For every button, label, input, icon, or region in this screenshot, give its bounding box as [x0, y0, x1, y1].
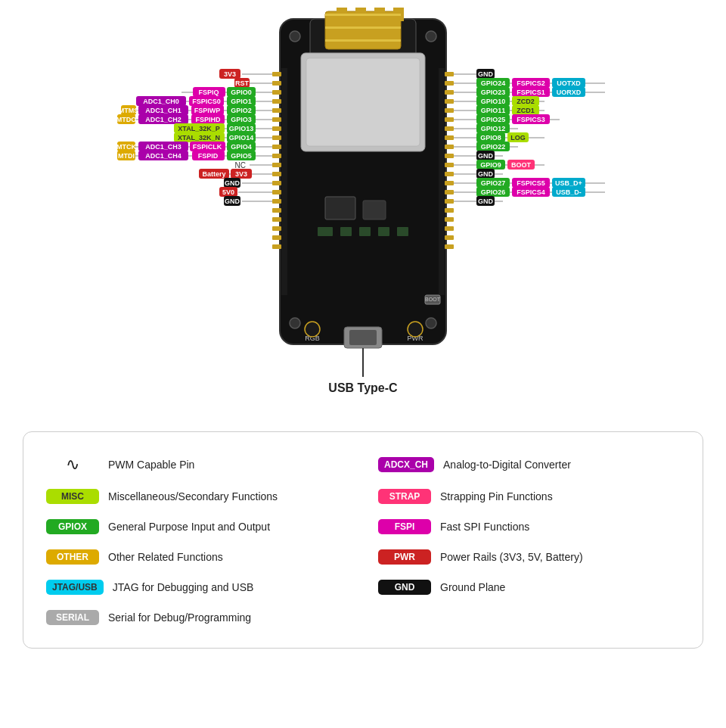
- legend-item-serial: SERIAL Serial for Debug/Programming: [46, 602, 348, 633]
- legend-item-pwm: ∿ PWM Capable Pin: [46, 447, 348, 481]
- svg-rect-55: [445, 208, 454, 213]
- svg-rect-17: [349, 330, 377, 345]
- svg-text:GPIO0: GPIO0: [231, 89, 252, 96]
- svg-rect-56: [445, 217, 454, 222]
- svg-rect-41: [445, 81, 454, 86]
- legend-item-misc: MISC Miscellaneous/Secondary Functions: [46, 481, 348, 512]
- svg-rect-62: [318, 227, 333, 236]
- svg-point-13: [426, 318, 436, 328]
- svg-rect-53: [445, 190, 454, 194]
- svg-text:FSPICS2: FSPICS2: [517, 79, 545, 87]
- svg-text:ADC1_CH0: ADC1_CH0: [143, 98, 179, 105]
- svg-text:USB Type-C: USB Type-C: [328, 381, 398, 394]
- legend-grid: ∿ PWM Capable Pin ADCX_CH Analog-to-Digi…: [46, 447, 680, 633]
- svg-text:3V3: 3V3: [224, 70, 236, 78]
- svg-rect-45: [445, 117, 454, 122]
- svg-text:ADC1_CH2: ADC1_CH2: [145, 116, 182, 123]
- svg-rect-60: [325, 197, 355, 219]
- svg-text:FSPIHD: FSPIHD: [195, 116, 221, 123]
- svg-rect-54: [445, 199, 454, 204]
- svg-text:BOOT: BOOT: [425, 297, 441, 302]
- badge-jtag: JTAG/USB: [46, 580, 104, 595]
- svg-text:MTDO: MTDO: [116, 116, 137, 123]
- svg-rect-24: [272, 108, 281, 113]
- svg-rect-59: [445, 244, 454, 249]
- svg-text:RST: RST: [235, 79, 250, 87]
- svg-text:GND: GND: [478, 70, 494, 78]
- svg-text:GND: GND: [225, 179, 240, 187]
- svg-rect-26: [272, 126, 281, 131]
- svg-text:GPIO26: GPIO26: [481, 188, 506, 196]
- svg-text:USB_D+: USB_D+: [555, 179, 582, 187]
- svg-text:GPIO25: GPIO25: [481, 116, 506, 123]
- badge-strap: STRAP: [378, 489, 431, 504]
- svg-text:MTMS: MTMS: [119, 107, 139, 114]
- svg-rect-49: [445, 154, 454, 158]
- svg-rect-48: [445, 145, 454, 149]
- legend-label-pwr: Power Rails (3V3, 5V, Battery): [440, 551, 583, 563]
- svg-text:FSPICS4: FSPICS4: [517, 188, 545, 196]
- svg-rect-64: [359, 227, 371, 236]
- svg-text:GND: GND: [478, 152, 494, 160]
- svg-point-11: [426, 31, 436, 42]
- svg-text:FSPICS3: FSPICS3: [517, 116, 545, 123]
- legend-label-adc: Analog-to-Digital Converter: [443, 459, 571, 471]
- svg-text:ADC1_CH4: ADC1_CH4: [145, 152, 182, 160]
- svg-point-12: [290, 318, 300, 328]
- diagram-area: RGB PWR BOOT 3V3 RST GPIO0 FSPIQ GPIO1 F…: [0, 0, 726, 424]
- badge-gnd: GND: [378, 580, 431, 595]
- legend-label-strap: Strapping Pin Functions: [440, 490, 553, 502]
- svg-rect-36: [272, 217, 281, 222]
- badge-other: OTHER: [46, 549, 99, 565]
- svg-rect-25: [272, 117, 281, 122]
- badge-misc: MISC: [46, 489, 99, 504]
- svg-text:GPIO2: GPIO2: [231, 107, 252, 114]
- pwm-icon: ∿: [46, 455, 99, 474]
- svg-rect-29: [272, 154, 281, 158]
- svg-rect-18: [281, 68, 287, 295]
- legend-item-jtag: JTAG/USB JTAG for Debugging and USB: [46, 572, 348, 602]
- svg-rect-28: [272, 145, 281, 149]
- legend-area: ∿ PWM Capable Pin ADCX_CH Analog-to-Digi…: [23, 431, 703, 649]
- svg-text:GPIO11: GPIO11: [481, 107, 506, 114]
- badge-gpio: GPIOX: [46, 519, 99, 534]
- svg-text:5V0: 5V0: [222, 188, 234, 196]
- svg-point-68: [305, 322, 320, 337]
- svg-rect-37: [272, 226, 281, 231]
- svg-rect-23: [272, 99, 281, 104]
- svg-rect-46: [445, 126, 454, 131]
- svg-rect-30: [272, 163, 281, 167]
- svg-text:GND: GND: [225, 198, 240, 205]
- svg-text:GPIO24: GPIO24: [481, 79, 506, 87]
- svg-text:GPIO23: GPIO23: [481, 89, 506, 96]
- svg-rect-20: [272, 72, 281, 76]
- svg-text:Battery: Battery: [202, 170, 225, 178]
- svg-rect-58: [445, 235, 454, 240]
- svg-text:GPIO8: GPIO8: [480, 134, 501, 142]
- svg-rect-39: [272, 244, 281, 249]
- svg-rect-61: [363, 201, 386, 219]
- svg-text:GPIO4: GPIO4: [231, 143, 252, 151]
- svg-text:GPIO10: GPIO10: [481, 98, 506, 105]
- svg-rect-66: [397, 227, 408, 236]
- svg-rect-38: [272, 235, 281, 240]
- legend-label-pwm: PWM Capable Pin: [108, 459, 194, 471]
- svg-text:3V3: 3V3: [235, 170, 247, 178]
- legend-label-serial: Serial for Debug/Programming: [108, 611, 251, 624]
- svg-text:GPIO14: GPIO14: [229, 134, 254, 142]
- svg-text:FSPICLK: FSPICLK: [193, 143, 222, 151]
- svg-text:XTAL_32K_N: XTAL_32K_N: [178, 134, 220, 142]
- svg-text:NC: NC: [235, 161, 246, 170]
- svg-point-70: [408, 322, 423, 337]
- legend-item-pwr: PWR Power Rails (3V3, 5V, Battery): [378, 542, 680, 572]
- svg-rect-27: [272, 135, 281, 140]
- svg-rect-47: [445, 135, 454, 140]
- svg-text:LOG: LOG: [510, 134, 526, 142]
- svg-rect-21: [272, 81, 281, 86]
- svg-text:XTAL_32K_P: XTAL_32K_P: [178, 125, 219, 132]
- svg-rect-63: [340, 227, 352, 236]
- svg-text:FSPID: FSPID: [198, 152, 219, 160]
- svg-text:GPIO13: GPIO13: [229, 125, 254, 132]
- legend-label-misc: Miscellaneous/Secondary Functions: [108, 490, 278, 502]
- svg-text:ZCD1: ZCD1: [517, 107, 535, 114]
